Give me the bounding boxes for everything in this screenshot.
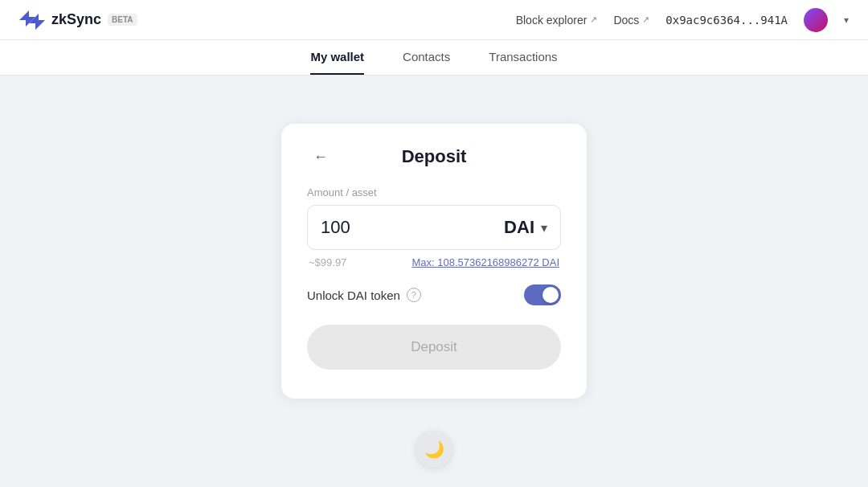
docs-external-icon: ↗	[642, 14, 649, 25]
amount-field-label: Amount / asset	[307, 186, 561, 198]
nav-item-wallet[interactable]: My wallet	[310, 40, 364, 75]
block-explorer-link[interactable]: Block explorer ↗	[516, 14, 598, 27]
brand: zkSync BETA	[19, 10, 137, 30]
header: zkSync BETA Block explorer ↗ Docs ↗ 0x9a…	[0, 0, 868, 40]
navigation: My wallet Contacts Transactions	[0, 40, 868, 76]
card-header: ← Deposit	[307, 146, 561, 167]
unlock-toggle[interactable]	[524, 284, 561, 305]
nav-item-contacts[interactable]: Contacts	[403, 40, 450, 75]
header-right: Block explorer ↗ Docs ↗ 0x9ac9c6364...94…	[516, 8, 849, 32]
max-link[interactable]: Max: 108.57362168986272 DAI	[411, 256, 559, 268]
amount-asset-box: DAI ▾	[307, 205, 561, 250]
brand-name: zkSync	[51, 11, 101, 28]
unlock-row: Unlock DAI token ?	[307, 284, 561, 305]
card-title: Deposit	[402, 146, 467, 167]
unlock-label: Unlock DAI token	[307, 289, 400, 302]
main-content: ← Deposit Amount / asset DAI ▾ ~$99.97 M…	[0, 76, 868, 399]
toggle-knob	[542, 287, 559, 303]
svg-marker-0	[19, 10, 35, 27]
help-icon[interactable]: ?	[407, 288, 421, 302]
deposit-card: ← Deposit Amount / asset DAI ▾ ~$99.97 M…	[281, 124, 587, 399]
unlock-left: Unlock DAI token ?	[307, 288, 421, 302]
deposit-button[interactable]: Deposit	[307, 325, 561, 370]
back-button[interactable]: ←	[307, 145, 334, 169]
chevron-down-icon[interactable]: ▾	[844, 14, 849, 26]
token-name: DAI	[504, 217, 534, 238]
docs-link[interactable]: Docs ↗	[613, 14, 649, 27]
token-selector[interactable]: DAI ▾	[504, 217, 547, 238]
svg-marker-1	[29, 14, 45, 30]
external-link-icon: ↗	[590, 14, 597, 25]
amount-sub-row: ~$99.97 Max: 108.57362168986272 DAI	[307, 256, 561, 268]
beta-badge: BETA	[108, 14, 137, 26]
moon-icon: 🌙	[424, 440, 444, 459]
avatar[interactable]	[804, 8, 828, 32]
token-chevron-icon: ▾	[541, 220, 547, 235]
nav-item-transactions[interactable]: Transactions	[489, 40, 557, 75]
wallet-address: 0x9ac9c6364...941A	[665, 14, 788, 27]
usd-value: ~$99.97	[309, 256, 346, 268]
zksync-logo-icon	[19, 10, 45, 30]
amount-input[interactable]	[321, 217, 417, 238]
dark-mode-button[interactable]: 🌙	[416, 431, 452, 468]
